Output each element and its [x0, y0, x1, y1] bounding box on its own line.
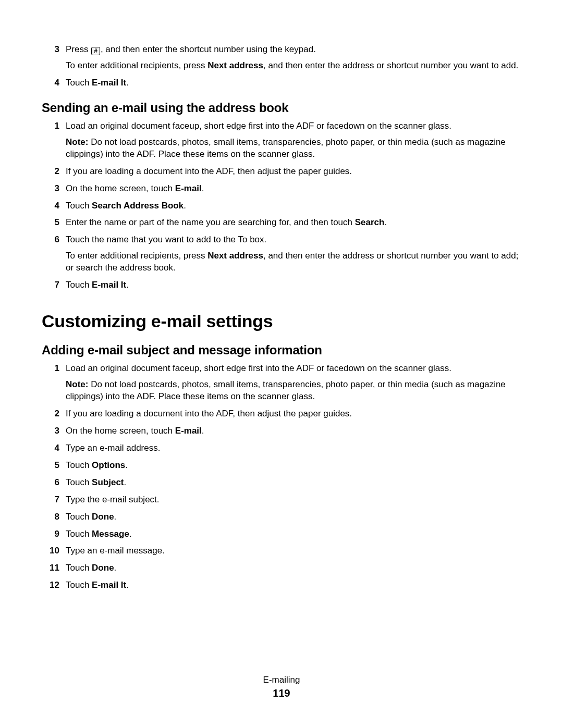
- text-run: Enter the name or part of the name you a…: [66, 217, 355, 227]
- text-run: To enter additional recipients, press: [66, 60, 207, 70]
- list-item-body: On the home screen, touch E-mail.: [59, 183, 521, 195]
- text-run: E-mail It: [92, 280, 126, 290]
- text-run: On the home screen, touch: [66, 426, 175, 436]
- list-item-body: Touch Options.: [59, 460, 521, 472]
- list-item-body: Touch Search Address Book.: [59, 200, 521, 212]
- text-run: E-mail: [175, 426, 202, 436]
- text-run: Touch: [66, 512, 92, 522]
- list-item-body: Touch Subject.: [59, 477, 521, 489]
- list-item: 4Type an e-mail address.: [42, 442, 521, 454]
- text-run: Do not load postcards, photos, small ite…: [66, 137, 506, 159]
- text-run: Load an original document faceup, short …: [66, 363, 451, 373]
- text-run: Type the e-mail subject.: [66, 495, 160, 504]
- text-run: On the home screen, touch: [66, 183, 175, 193]
- list-item: 11Touch Done.: [42, 562, 521, 574]
- paragraph: Type an e-mail message.: [66, 545, 521, 557]
- text-run: .: [126, 280, 129, 290]
- subject-message-ordered-list: 1Load an original document faceup, short…: [42, 363, 521, 591]
- list-item: 3On the home screen, touch E-mail.: [42, 425, 521, 437]
- list-item-body: If you are loading a document into the A…: [59, 408, 521, 420]
- list-item-body: Touch E-mail It.: [59, 77, 521, 89]
- paragraph: To enter additional recipients, press Ne…: [66, 60, 521, 72]
- text-run: Press: [66, 44, 91, 54]
- paragraph: If you are loading a document into the A…: [66, 166, 521, 178]
- list-item: 7Touch E-mail It.: [42, 279, 521, 291]
- list-item-number: 6: [42, 477, 59, 489]
- list-item-number: 1: [42, 120, 59, 132]
- list-item-body: Load an original document faceup, short …: [59, 363, 521, 403]
- list-item-number: 3: [42, 183, 59, 195]
- text-run: .: [124, 477, 127, 487]
- paragraph: Touch E-mail It.: [66, 279, 521, 291]
- paragraph: Note: Do not load postcards, photos, sma…: [66, 137, 521, 161]
- list-item: 8Touch Done.: [42, 511, 521, 523]
- list-item: 10Type an e-mail message.: [42, 545, 521, 557]
- text-run: Done: [92, 512, 114, 522]
- subsection-heading-address-book: Sending an e-mail using the address book: [42, 101, 521, 115]
- list-item-body: Touch E-mail It.: [59, 579, 521, 591]
- hash-key-icon: #: [91, 47, 100, 55]
- text-run: , and then enter the shortcut number usi…: [101, 44, 316, 54]
- text-run: E-mail It: [92, 78, 126, 88]
- list-item-number: 3: [42, 425, 59, 437]
- text-run: .: [125, 460, 128, 470]
- list-item-number: 3: [42, 44, 59, 56]
- list-item-number: 6: [42, 234, 59, 246]
- list-item-number: 9: [42, 528, 59, 540]
- list-item: 7Type the e-mail subject.: [42, 494, 521, 506]
- text-run: Touch: [66, 280, 92, 290]
- paragraph: Touch E-mail It.: [66, 77, 521, 89]
- text-run: Search Address Book: [92, 201, 183, 211]
- list-item-body: Press #, and then enter the shortcut num…: [59, 44, 521, 72]
- list-item: 3Press #, and then enter the shortcut nu…: [42, 44, 521, 72]
- paragraph: Type the e-mail subject.: [66, 494, 521, 506]
- continuation-ordered-list: 3Press #, and then enter the shortcut nu…: [42, 44, 521, 89]
- list-item-number: 2: [42, 166, 59, 178]
- text-run: Next address: [207, 60, 263, 70]
- text-run: Touch: [66, 563, 92, 573]
- list-item-number: 4: [42, 442, 59, 454]
- list-item: 2If you are loading a document into the …: [42, 408, 521, 420]
- list-item: 3On the home screen, touch E-mail.: [42, 183, 521, 195]
- list-item-body: Touch Done.: [59, 562, 521, 574]
- text-run: .: [183, 201, 186, 211]
- list-item-body: Enter the name or part of the name you a…: [59, 217, 521, 229]
- paragraph: Touch E-mail It.: [66, 579, 521, 591]
- list-item: 9Touch Message.: [42, 528, 521, 540]
- list-item-number: 8: [42, 511, 59, 523]
- paragraph: Enter the name or part of the name you a…: [66, 217, 521, 229]
- text-run: Done: [92, 563, 114, 573]
- text-run: .: [126, 580, 129, 590]
- list-item-number: 11: [42, 562, 59, 574]
- list-item-number: 1: [42, 363, 59, 375]
- text-run: E-mail It: [92, 580, 126, 590]
- list-item-number: 12: [42, 579, 59, 591]
- list-item-body: Touch Done.: [59, 511, 521, 523]
- paragraph: Touch Subject.: [66, 477, 521, 489]
- text-run: Touch: [66, 460, 92, 470]
- text-run: Load an original document faceup, short …: [66, 121, 451, 131]
- list-item-body: On the home screen, touch E-mail.: [59, 425, 521, 437]
- paragraph: Touch Options.: [66, 460, 521, 472]
- list-item-body: Touch Message.: [59, 528, 521, 540]
- footer-page-number: 119: [0, 687, 563, 699]
- text-run: Options: [92, 460, 125, 470]
- text-run: Type an e-mail address.: [66, 443, 160, 453]
- text-run: To enter additional recipients, press: [66, 251, 207, 261]
- text-run: Touch: [66, 529, 92, 539]
- text-run: Touch: [66, 201, 92, 211]
- list-item-number: 5: [42, 217, 59, 229]
- text-run: Message: [92, 529, 129, 539]
- page-footer: E-mailing 119: [0, 675, 563, 699]
- text-run: If you are loading a document into the A…: [66, 409, 352, 418]
- list-item: 1Load an original document faceup, short…: [42, 363, 521, 403]
- paragraph: To enter additional recipients, press Ne…: [66, 250, 521, 274]
- address-book-ordered-list: 1Load an original document faceup, short…: [42, 120, 521, 291]
- list-item: 6Touch the name that you want to add to …: [42, 234, 521, 274]
- text-run: E-mail: [175, 183, 202, 193]
- text-run: .: [126, 78, 129, 88]
- list-item-body: Touch the name that you want to add to t…: [59, 234, 521, 274]
- text-run: Touch: [66, 477, 92, 487]
- section-heading-customizing: Customizing e-mail settings: [42, 311, 521, 331]
- text-run: .: [129, 529, 132, 539]
